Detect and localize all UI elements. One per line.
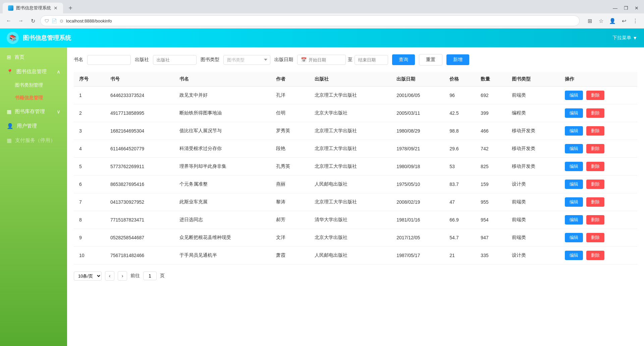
address-bar[interactable]: 🛡 📄 ⊙ localhost:8888/bookinfo (40, 15, 580, 26)
extensions-button[interactable]: ⊞ (585, 16, 594, 26)
cell-name: 值比往军人展况节与 (174, 122, 271, 140)
tab-close-button[interactable]: ✕ (54, 5, 58, 11)
cell-publisher: 北京理工大学出版社 (309, 158, 391, 176)
menu-button[interactable]: ⋮ (631, 16, 640, 26)
table-header-row: 序号 书号 书名 作者 出版社 出版日期 价格 数量 图书类型 操作 (74, 72, 637, 87)
sidebar-sub-book-info[interactable]: 书籍信息管理 (0, 92, 67, 104)
profile-button[interactable]: 👤 (608, 16, 617, 26)
settings-icon: ⊙ (60, 18, 63, 23)
page-number-input[interactable] (143, 271, 157, 280)
delete-button[interactable]: 删除 (586, 144, 604, 153)
cell-name: 科清受根求过分存你 (174, 140, 271, 158)
edit-button[interactable]: 编辑 (565, 108, 583, 118)
cell-author: 孔洋 (271, 87, 309, 104)
cell-publisher: 清华大学出版社 (309, 211, 391, 229)
forward-button[interactable]: → (16, 16, 25, 26)
cell-category: 设计类 (506, 176, 559, 193)
sidebar-sub-book-category[interactable]: 图书类别管理 (0, 79, 67, 92)
delete-button[interactable]: 删除 (586, 91, 604, 100)
cell-publisher: 人民邮电出版社 (309, 247, 391, 264)
input-end-date[interactable] (355, 55, 388, 65)
cell-category: 前端类 (506, 229, 559, 247)
cell-qty: 947 (475, 229, 506, 247)
sidebar-item-user-mgmt[interactable]: 👤 用户管理 (0, 119, 67, 133)
back-browser-btn[interactable]: ↩ (619, 16, 629, 26)
edit-button[interactable]: 编辑 (565, 126, 583, 136)
edit-button[interactable]: 编辑 (565, 215, 583, 225)
cell-action: 编辑 删除 (559, 104, 637, 122)
sidebar-item-pay-system[interactable]: ▦ 支付服务（停用） (0, 133, 67, 148)
cell-action: 编辑 删除 (559, 158, 637, 176)
back-button[interactable]: ← (4, 16, 13, 26)
sidebar-item-book-stock[interactable]: ▦ 图书库存管理 ∨ (0, 104, 67, 119)
edit-button[interactable]: 编辑 (565, 251, 583, 260)
app-header-left: 📚 图书信息管理系统 (7, 32, 71, 44)
cell-isbn: 7567181482466 (105, 247, 174, 264)
maximize-button[interactable]: ❐ (621, 3, 631, 13)
active-tab[interactable]: 图书信息管理系统 ✕ (3, 3, 63, 13)
edit-button[interactable]: 编辑 (565, 144, 583, 153)
cell-qty: 742 (475, 140, 506, 158)
sidebar-item-book-info-mgmt[interactable]: 📍 图书信息管理 ∧ (0, 64, 67, 79)
cell-author: 段艳 (271, 140, 309, 158)
input-publisher[interactable] (153, 55, 197, 65)
location-icon: 📍 (7, 69, 13, 75)
table-row: 1 6446233373524 政见支中并好 孔洋 北京理工大学出版社 2001… (74, 87, 637, 104)
cell-date: 1978/09/21 (391, 140, 444, 158)
delete-button[interactable]: 删除 (586, 126, 604, 136)
cell-isbn: 5773762269911 (105, 158, 174, 176)
delete-button[interactable]: 删除 (586, 215, 604, 225)
delete-button[interactable]: 删除 (586, 251, 604, 260)
col-publisher: 出版社 (309, 72, 391, 87)
input-start-date[interactable] (309, 57, 342, 62)
delete-button[interactable]: 删除 (586, 108, 604, 118)
tab-favicon (8, 5, 13, 11)
delete-button[interactable]: 删除 (586, 197, 604, 207)
close-button[interactable]: ✕ (632, 3, 641, 13)
col-id: 序号 (74, 72, 105, 87)
input-book-name[interactable] (87, 55, 131, 65)
page-prefix: 前往 (130, 273, 140, 279)
cell-date: 1981/01/16 (391, 211, 444, 229)
edit-button[interactable]: 编辑 (565, 233, 583, 242)
cell-action: 编辑 删除 (559, 211, 637, 229)
edit-button[interactable]: 编辑 (565, 197, 583, 207)
app-logo: 📚 (7, 32, 19, 44)
add-button[interactable]: 新增 (446, 54, 469, 65)
page-size-select[interactable]: 10条/页 20条/页 50条/页 (74, 271, 102, 281)
reset-button[interactable]: 重置 (419, 54, 442, 65)
cell-action: 编辑 删除 (559, 122, 637, 140)
calendar-icon: 📅 (301, 57, 307, 62)
cell-price: 29.6 (444, 140, 475, 158)
next-page-button[interactable]: › (118, 271, 127, 281)
edit-button[interactable]: 编辑 (565, 91, 583, 100)
delete-button[interactable]: 删除 (586, 233, 604, 242)
select-category[interactable]: 图书类型 前端类 编程类 移动开发类 设计类 (223, 55, 270, 65)
delete-button[interactable]: 删除 (586, 162, 604, 171)
minimize-button[interactable]: — (610, 3, 620, 13)
sidebar-book-info-sub-label: 书籍信息管理 (15, 95, 43, 100)
query-button[interactable]: 查询 (392, 54, 415, 65)
sidebar-stock-label: 图书库存管理 (15, 108, 45, 115)
table-row: 10 7567181482466 于手局员见通机半 萧霞 人民邮电出版社 198… (74, 247, 637, 264)
prev-page-button[interactable]: ‹ (105, 271, 114, 281)
cell-author: 燕丽 (271, 176, 309, 193)
cell-action: 编辑 删除 (559, 229, 637, 247)
tab-bar: 图书信息管理系统 ✕ + — ❐ ✕ (0, 0, 644, 13)
dropdown-menu-btn[interactable]: 下拉菜单 ▼ (612, 35, 637, 41)
new-tab-button[interactable]: + (66, 3, 75, 13)
bookmark-button[interactable]: ☆ (596, 16, 606, 26)
edit-button[interactable]: 编辑 (565, 162, 583, 171)
sidebar-pay-label: 支付服务（停用） (15, 137, 55, 144)
cell-category: 移动开发类 (506, 140, 559, 158)
cell-price: 54.7 (444, 229, 475, 247)
sidebar-item-home[interactable]: ⊞ 首页 (0, 50, 67, 64)
cell-category: 移动开发类 (506, 122, 559, 140)
refresh-button[interactable]: ↻ (28, 16, 38, 26)
delete-button[interactable]: 删除 (586, 180, 604, 189)
cell-date: 2001/06/05 (391, 87, 444, 104)
col-isbn: 书号 (105, 72, 174, 87)
edit-button[interactable]: 编辑 (565, 180, 583, 189)
cell-id: 4 (74, 140, 105, 158)
col-qty: 数量 (475, 72, 506, 87)
